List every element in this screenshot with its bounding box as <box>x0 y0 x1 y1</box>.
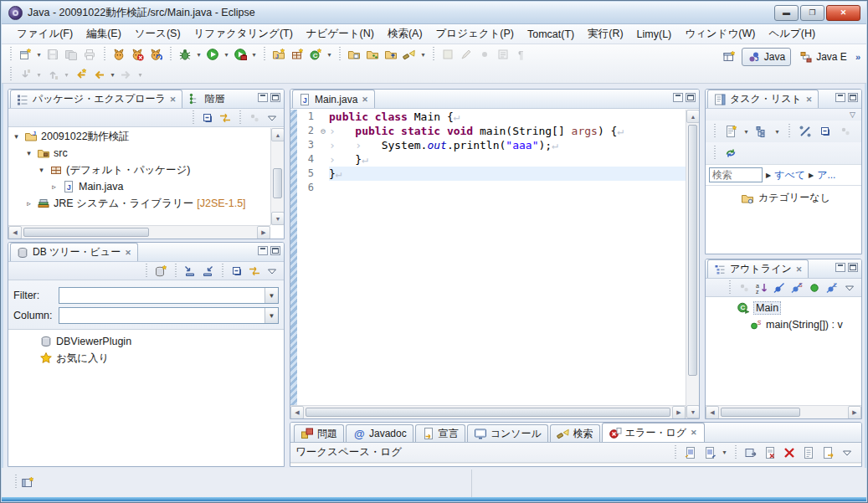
expander-open-icon[interactable]: ▾ <box>37 166 46 174</box>
menu-item-7[interactable]: Tomcat(T) <box>521 26 581 43</box>
dropdown-arrow-icon[interactable]: ▾ <box>742 128 751 136</box>
hide-local-types-button[interactable]: L <box>824 280 840 295</box>
horizontal-scrollbar[interactable]: ◀ ▶ <box>706 405 861 418</box>
last-edit-location-button[interactable] <box>71 65 90 84</box>
sort-az-button[interactable]: az <box>753 280 770 295</box>
tomcat-restart-button[interactable] <box>146 45 165 64</box>
view-menu-icon[interactable]: ▽ <box>847 110 858 119</box>
tab-outline[interactable]: アウトライン ✕ <box>707 259 809 278</box>
expander-open-icon[interactable]: ▾ <box>12 132 21 141</box>
open-resource-button[interactable] <box>382 45 400 64</box>
dropdown-arrow-icon[interactable]: ▾ <box>419 51 428 59</box>
dropdown-arrow-icon[interactable]: ▾ <box>222 51 231 59</box>
scroll-up-icon[interactable]: ▲ <box>271 128 285 141</box>
maximize-panel-button[interactable] <box>686 93 696 102</box>
new-java-project-button[interactable]: J <box>270 45 288 64</box>
menu-item-6[interactable]: プロジェクト(P) <box>429 24 521 44</box>
new-db-button[interactable] <box>152 263 169 279</box>
export-db-button[interactable] <box>199 263 216 279</box>
scroll-right-icon[interactable]: ▶ <box>257 226 270 239</box>
scroll-left-icon[interactable]: ◀ <box>706 406 719 419</box>
maximize-panel-button[interactable] <box>848 93 858 102</box>
link-with-editor-button[interactable] <box>246 263 263 279</box>
tab-javadoc[interactable]: @Javadoc <box>346 424 413 442</box>
back-button[interactable] <box>90 65 108 84</box>
close-icon[interactable]: ✕ <box>795 265 804 274</box>
scrollbar-thumb[interactable] <box>306 408 670 417</box>
menu-item-10[interactable]: ウィンドウ(W) <box>678 24 762 44</box>
clear-log-button[interactable] <box>761 444 779 462</box>
tab-error-log[interactable]: エラー・ログ✕ <box>602 423 705 442</box>
delete-log-button[interactable] <box>780 444 799 462</box>
perspective-java-button[interactable]: J Java <box>742 48 791 66</box>
hide-static-button[interactable]: S <box>788 280 805 295</box>
tab-main-java[interactable]: J Main.java ✕ <box>292 90 375 108</box>
menu-item-5[interactable]: 検索(A) <box>381 24 429 44</box>
expander-closed-icon[interactable]: ▹ <box>24 199 33 208</box>
tab-problems[interactable]: 問題 <box>294 424 344 442</box>
scroll-right-icon[interactable]: ▶ <box>672 406 686 419</box>
menu-item-1[interactable]: 編集(E) <box>80 24 128 44</box>
fold-collapse-icon[interactable]: ⊖ <box>317 124 329 138</box>
view-menu-button[interactable] <box>841 280 858 295</box>
tab-console[interactable]: コンソール <box>467 424 548 442</box>
fast-view-button[interactable] <box>18 474 37 492</box>
debug-button[interactable] <box>176 45 194 64</box>
dropdown-arrow-icon[interactable]: ▾ <box>325 51 334 59</box>
export-list-button[interactable] <box>681 444 700 462</box>
dropdown-arrow-icon[interactable]: ▾ <box>773 128 782 136</box>
perspective-javaee-button[interactable]: Java E <box>794 49 852 65</box>
properties-button[interactable] <box>799 444 818 462</box>
close-icon[interactable]: ✕ <box>361 95 369 104</box>
maximize-panel-button[interactable] <box>848 263 858 272</box>
hide-nonpublic-button[interactable] <box>806 280 823 295</box>
minimize-panel-button[interactable] <box>258 93 268 102</box>
new-package-button[interactable] <box>288 45 306 64</box>
tab-hierarchy[interactable]: 階層 <box>182 90 229 108</box>
new-class-button[interactable]: C <box>306 45 325 64</box>
hide-fields-button[interactable] <box>771 280 788 295</box>
view-menu-button[interactable] <box>264 110 280 126</box>
package-explorer-row-0[interactable]: ▾J20091022動作検証 <box>8 128 270 145</box>
open-log-button[interactable] <box>742 444 760 462</box>
import-db-button[interactable] <box>182 263 198 279</box>
scroll-left-icon[interactable]: ◀ <box>290 406 304 419</box>
tab-db-tree-view[interactable]: DB ツリー・ビュー ✕ <box>10 243 138 261</box>
open-type-button[interactable] <box>345 45 363 64</box>
view-menu-button[interactable] <box>838 444 856 462</box>
package-explorer-row-4[interactable]: ▹JRE システム・ライブラリー[J2SE-1.5] <box>8 195 270 212</box>
dropdown-arrow-icon[interactable]: ▾ <box>108 71 117 79</box>
chevron-down-icon[interactable]: ▼ <box>265 288 278 303</box>
tomcat-start-button[interactable] <box>110 45 128 64</box>
export-list-2-button[interactable] <box>701 444 719 462</box>
dropdown-arrow-icon[interactable]: ▾ <box>720 449 729 456</box>
minimize-button[interactable]: ▬ <box>774 5 799 21</box>
disconnect-button[interactable] <box>796 122 814 141</box>
search-flashlight-button[interactable] <box>400 45 419 64</box>
search-input[interactable] <box>709 167 763 182</box>
minimize-panel-button[interactable] <box>835 263 845 272</box>
package-explorer-row-2[interactable]: ▾(デフォルト・パッケージ) <box>8 162 270 178</box>
code-editor[interactable]: 1public class Main {↵2⊖› public static v… <box>297 110 686 418</box>
view-menu-button[interactable] <box>264 263 280 279</box>
close-icon[interactable]: ✕ <box>690 429 698 437</box>
close-button[interactable]: ✕ <box>826 5 860 21</box>
synchronize-button[interactable] <box>722 144 740 162</box>
scroll-left-icon[interactable]: ◀ <box>8 226 22 239</box>
scrollbar-thumb[interactable] <box>721 408 800 417</box>
collapse-all-button[interactable] <box>199 110 216 126</box>
perspective-overflow-chevron[interactable]: » <box>855 52 860 62</box>
filter-activate-link[interactable]: ア... <box>817 168 835 182</box>
minimize-panel-button[interactable] <box>673 93 683 102</box>
outline-row-1[interactable]: Smain(String[]) : v <box>721 316 861 333</box>
run-button[interactable] <box>203 45 222 64</box>
maximize-button[interactable]: ❐ <box>800 5 824 21</box>
title-bar[interactable]: Java - 20091022動作検証/src/Main.java - Ecli… <box>2 2 866 24</box>
menu-item-8[interactable]: 実行(R) <box>581 24 629 44</box>
export-log-button[interactable] <box>819 444 837 462</box>
menu-item-9[interactable]: Limy(L) <box>630 26 679 43</box>
scroll-up-icon[interactable]: ▲ <box>686 110 700 123</box>
column-combobox[interactable]: ▼ <box>59 307 279 324</box>
menu-item-0[interactable]: ファイル(F) <box>10 24 80 44</box>
db-tree-row-0[interactable]: DBViewerPlugin <box>23 333 284 350</box>
